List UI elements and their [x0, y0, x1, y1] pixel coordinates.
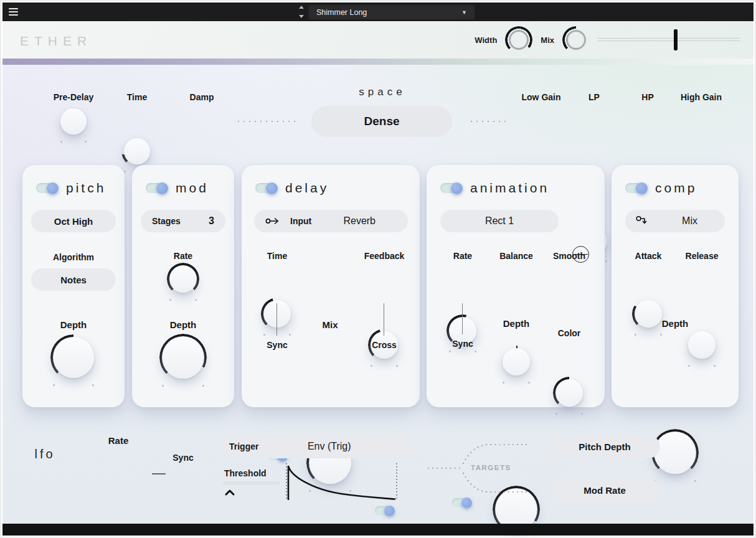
mod-depth-label: Depth — [170, 319, 197, 330]
mix-label: Mix — [541, 35, 554, 45]
mix-knob[interactable] — [563, 27, 589, 53]
delay-header: delay — [242, 177, 420, 199]
width-label: Width — [475, 35, 497, 45]
menu-icon[interactable] — [9, 8, 18, 16]
delay-title: delay — [285, 181, 329, 196]
caret-down-icon: ▼ — [461, 9, 467, 16]
circle-elbow-arrow-down-icon — [635, 215, 650, 227]
predelay-label: Pre-Delay — [42, 92, 105, 102]
algorithm-selector[interactable]: Notes — [31, 268, 116, 291]
delay-input-value: Reverb — [343, 215, 376, 227]
circle-arrow-right-icon — [265, 216, 283, 226]
plugin-window: Shimmer Long ▼ ETHER Width Mix Pre-Delay… — [0, 0, 756, 538]
preset-selector[interactable]: Shimmer Long ▼ — [309, 5, 475, 19]
stages-label: Stages — [152, 216, 181, 226]
delay-card: delay Input Reverb Time Feedback Sync Mi… — [242, 165, 420, 407]
output-slider[interactable] — [598, 29, 740, 51]
animation-rate-label: Rate — [432, 251, 494, 261]
target-2-name: Mod Rate — [584, 485, 626, 496]
slider-track — [598, 38, 740, 41]
pitch-card: pitch Oct High Algorithm Notes Depth — [22, 165, 125, 407]
space-label: space — [333, 86, 432, 98]
trigger-label: Trigger — [229, 441, 258, 451]
mod-depth-knob[interactable] — [160, 334, 206, 380]
envelope-display — [284, 461, 400, 503]
comp-release-label: Release — [671, 251, 733, 261]
animation-shape-selector[interactable]: Rect 1 — [440, 210, 559, 232]
accent-strip — [2, 59, 754, 65]
mod-rate-knob[interactable] — [168, 263, 199, 295]
mod-card: mod Stages 3 Rate Depth — [132, 165, 234, 407]
delay-mix-label: Mix — [299, 319, 361, 330]
pitch-header: pitch — [22, 177, 125, 199]
delay-time-knob[interactable] — [262, 298, 293, 329]
header: ETHER Width Mix — [2, 21, 754, 59]
animation-sync-label: Sync — [432, 339, 494, 349]
time-knob[interactable] — [122, 136, 152, 166]
comp-mode-selector[interactable]: Mix — [625, 210, 725, 232]
target-2-selector[interactable]: Mod Rate — [549, 479, 660, 502]
top-bar: Shimmer Long ▼ — [2, 2, 754, 21]
rate-sync-dash — [152, 473, 166, 474]
trigger-selector[interactable]: Trigger Env (Trig) — [218, 435, 411, 458]
pitch-depth-knob[interactable] — [51, 335, 96, 380]
delay-cross-toggle[interactable] — [375, 506, 394, 515]
stages-value: 3 — [209, 215, 214, 227]
animation-header: animation — [427, 177, 605, 199]
animation-balance-knob[interactable] — [501, 346, 532, 377]
comp-release-knob[interactable] — [686, 329, 717, 361]
target-1-selector[interactable]: Pitch Depth — [549, 435, 660, 458]
space-value: Dense — [364, 115, 399, 128]
delay-time-label: Time — [246, 251, 308, 261]
slider-thumb[interactable] — [674, 29, 678, 50]
brand-logo: ETHER — [20, 34, 92, 49]
animation-depth-label: Depth — [485, 318, 547, 329]
comp-depth-knob[interactable] — [652, 430, 698, 476]
main-panel: Pre-Delay Time Damp space Dense Low Gain… — [2, 65, 754, 526]
preset-prev-next-icon[interactable] — [298, 6, 305, 18]
trigger-value: Env (Trig) — [258, 441, 400, 452]
preset-name: Shimmer Long — [316, 8, 367, 17]
delay-input-selector[interactable]: Input Reverb — [254, 210, 408, 232]
time-label: Time — [106, 92, 168, 102]
delay-input-label: Input — [290, 216, 311, 226]
comp-mode-value: Mix — [682, 215, 697, 227]
threshold-slider[interactable] — [223, 481, 280, 485]
threshold-label: Threshold — [218, 468, 283, 478]
target-1-name: Pitch Depth — [579, 441, 630, 452]
algorithm-label: Algorithm — [53, 252, 94, 262]
animation-smooth-label: Smooth — [538, 251, 600, 261]
lfo-label: lfo — [25, 447, 65, 461]
mod-rate-label: Rate — [174, 251, 192, 261]
animation-toggle[interactable] — [440, 183, 461, 193]
pitch-depth-label: Depth — [60, 319, 87, 330]
header-controls: Width Mix — [475, 21, 740, 59]
delay-toggle[interactable] — [255, 183, 276, 193]
predelay-knob[interactable] — [59, 106, 88, 136]
pitch-toggle[interactable] — [36, 183, 57, 193]
width-knob[interactable] — [506, 27, 532, 53]
delay-cross-label: Cross — [353, 340, 415, 350]
delay-sync-label: Sync — [246, 340, 308, 350]
preset-up-icon[interactable] — [299, 6, 304, 9]
chevron-up-icon[interactable] — [224, 489, 235, 496]
pitch-mode-selector[interactable]: Oct High — [31, 210, 116, 232]
rate-sync-connector — [462, 303, 463, 334]
divider-dotted-left — [238, 121, 295, 122]
space-selector[interactable]: Dense — [311, 106, 452, 137]
pitch-title: pitch — [66, 181, 106, 196]
mod-toggle[interactable] — [146, 183, 167, 193]
lfo-sync-label: Sync — [152, 453, 214, 463]
comp-toggle[interactable] — [625, 183, 646, 193]
targets-label: TARGETS — [471, 464, 533, 471]
preset-down-icon[interactable] — [299, 15, 304, 18]
mod-title: mod — [176, 181, 209, 196]
mod-header: mod — [132, 177, 234, 199]
animation-card: animation Rect 1 Rate Balance Smooth Syn… — [427, 165, 605, 407]
animation-smooth-knob[interactable] — [554, 377, 585, 408]
animation-shape-value: Rect 1 — [485, 215, 514, 227]
comp-depth-label: Depth — [644, 318, 706, 329]
stages-selector[interactable]: Stages 3 — [141, 210, 225, 232]
comp-attack-label: Attack — [617, 251, 679, 261]
comp-card: comp Mix Attack Release Depth — [612, 165, 739, 407]
